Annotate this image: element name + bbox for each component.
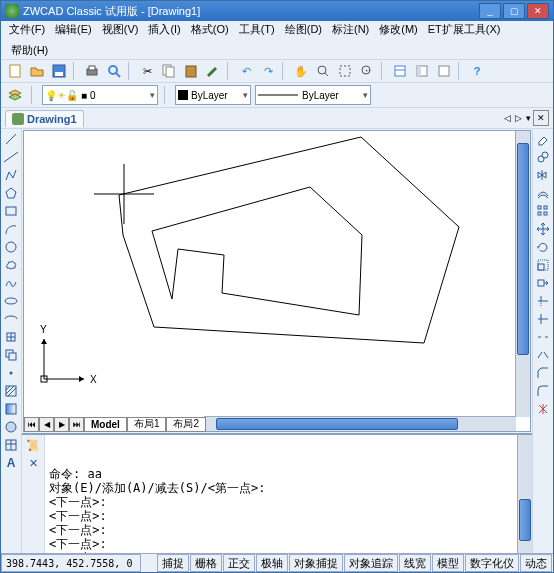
cut-icon[interactable]: ✂ bbox=[137, 61, 157, 81]
design-center-icon[interactable] bbox=[412, 61, 432, 81]
copy2-icon[interactable] bbox=[535, 149, 551, 165]
command-text[interactable]: 命令: aa 对象(E)/添加(A)/减去(S)/<第一点>: <下一点>: <… bbox=[45, 435, 517, 553]
menu-insert[interactable]: 插入(I) bbox=[144, 21, 184, 38]
table-icon[interactable] bbox=[3, 437, 19, 453]
tab-nav-right-icon[interactable]: ▷ bbox=[513, 113, 524, 123]
copy-icon[interactable] bbox=[159, 61, 179, 81]
xline-icon[interactable] bbox=[3, 149, 19, 165]
ellipse-arc-icon[interactable] bbox=[3, 311, 19, 327]
menu-view[interactable]: 视图(V) bbox=[98, 21, 143, 38]
layer-dropdown[interactable]: 💡☀🔓■ 0 ▾ bbox=[42, 85, 158, 105]
cmd-recent-icon[interactable]: 📜 bbox=[25, 437, 41, 453]
point-icon[interactable] bbox=[3, 365, 19, 381]
spline-icon[interactable] bbox=[3, 275, 19, 291]
tab-close-button[interactable]: ✕ bbox=[533, 110, 549, 126]
status-snap[interactable]: 捕捉 bbox=[157, 554, 189, 572]
region-icon[interactable] bbox=[3, 419, 19, 435]
tab-first-icon[interactable]: ⏮ bbox=[24, 417, 39, 432]
menu-tools[interactable]: 工具(T) bbox=[235, 21, 279, 38]
tool-palettes-icon[interactable] bbox=[434, 61, 454, 81]
status-ortho[interactable]: 正交 bbox=[223, 554, 255, 572]
pline-icon[interactable] bbox=[3, 167, 19, 183]
status-coordinates[interactable]: 398.7443, 452.7558, 0 bbox=[1, 554, 141, 572]
help-icon[interactable]: ? bbox=[467, 61, 487, 81]
layer-manager-icon[interactable] bbox=[5, 85, 25, 105]
menu-et[interactable]: ET扩展工具(X) bbox=[424, 21, 505, 38]
horizontal-scrollbar[interactable] bbox=[204, 416, 516, 431]
cmd-close-icon[interactable]: ✕ bbox=[25, 455, 41, 471]
drawing-area[interactable]: X Y ⏮ ◀ ▶ ⏭ Model 布局1 布局2 bbox=[23, 130, 531, 432]
pan-icon[interactable]: ✋ bbox=[291, 61, 311, 81]
tab-last-icon[interactable]: ⏭ bbox=[69, 417, 84, 432]
command-scrollbar[interactable] bbox=[517, 435, 532, 553]
menu-help[interactable]: 帮助(H) bbox=[7, 42, 52, 59]
menu-file[interactable]: 文件(F) bbox=[5, 21, 49, 38]
document-tab[interactable]: Drawing1 bbox=[5, 110, 84, 127]
menu-draw[interactable]: 绘图(D) bbox=[281, 21, 326, 38]
preview-icon[interactable] bbox=[104, 61, 124, 81]
menu-edit[interactable]: 编辑(E) bbox=[51, 21, 96, 38]
extend-icon[interactable] bbox=[535, 311, 551, 327]
paste-icon[interactable] bbox=[181, 61, 201, 81]
rotate-icon[interactable] bbox=[535, 239, 551, 255]
circle-icon[interactable] bbox=[3, 239, 19, 255]
join-icon[interactable] bbox=[535, 347, 551, 363]
close-button[interactable]: ✕ bbox=[527, 3, 549, 19]
explode-icon[interactable] bbox=[535, 401, 551, 417]
chamfer-icon[interactable] bbox=[535, 365, 551, 381]
ellipse-icon[interactable] bbox=[3, 293, 19, 309]
trim-icon[interactable] bbox=[535, 293, 551, 309]
gradient-icon[interactable] bbox=[3, 401, 19, 417]
offset-icon[interactable] bbox=[535, 185, 551, 201]
status-dynamic[interactable]: 动态 bbox=[520, 554, 552, 572]
redo-icon[interactable]: ↷ bbox=[258, 61, 278, 81]
minimize-button[interactable]: _ bbox=[479, 3, 501, 19]
move-icon[interactable] bbox=[535, 221, 551, 237]
linetype-dropdown[interactable]: ByLayer ▾ bbox=[255, 85, 371, 105]
new-icon[interactable] bbox=[5, 61, 25, 81]
status-polar[interactable]: 极轴 bbox=[256, 554, 288, 572]
layout-tab-2[interactable]: 布局2 bbox=[166, 417, 206, 432]
stretch-icon[interactable] bbox=[535, 275, 551, 291]
save-icon[interactable] bbox=[49, 61, 69, 81]
arc-icon[interactable] bbox=[3, 221, 19, 237]
layout-tab-model[interactable]: Model bbox=[84, 417, 127, 432]
properties-icon[interactable] bbox=[390, 61, 410, 81]
layout-tab-1[interactable]: 布局1 bbox=[127, 417, 167, 432]
zoom-prev-icon[interactable]: ← bbox=[357, 61, 377, 81]
mtext-icon[interactable]: A bbox=[3, 455, 19, 471]
menu-dimension[interactable]: 标注(N) bbox=[328, 21, 373, 38]
array-icon[interactable] bbox=[535, 203, 551, 219]
status-digitizer[interactable]: 数字化仪 bbox=[465, 554, 519, 572]
fillet-icon[interactable] bbox=[535, 383, 551, 399]
tab-nav-left-icon[interactable]: ◁ bbox=[502, 113, 513, 123]
revcloud-icon[interactable] bbox=[3, 257, 19, 273]
tab-prev-icon[interactable]: ◀ bbox=[39, 417, 54, 432]
line-icon[interactable] bbox=[3, 131, 19, 147]
print-icon[interactable] bbox=[82, 61, 102, 81]
status-model[interactable]: 模型 bbox=[432, 554, 464, 572]
menu-format[interactable]: 格式(O) bbox=[187, 21, 233, 38]
vertical-scrollbar[interactable] bbox=[515, 131, 530, 417]
zoom-rt-icon[interactable] bbox=[313, 61, 333, 81]
mirror-icon[interactable] bbox=[535, 167, 551, 183]
erase-icon[interactable] bbox=[535, 131, 551, 147]
menu-modify[interactable]: 修改(M) bbox=[375, 21, 422, 38]
tab-next-icon[interactable]: ▶ bbox=[54, 417, 69, 432]
undo-icon[interactable]: ↶ bbox=[236, 61, 256, 81]
rectangle-icon[interactable] bbox=[3, 203, 19, 219]
tab-menu-icon[interactable]: ▾ bbox=[524, 113, 533, 123]
zoom-win-icon[interactable] bbox=[335, 61, 355, 81]
scale-icon[interactable] bbox=[535, 257, 551, 273]
match-icon[interactable] bbox=[203, 61, 223, 81]
maximize-button[interactable]: ▢ bbox=[503, 3, 525, 19]
open-icon[interactable] bbox=[27, 61, 47, 81]
color-dropdown[interactable]: ByLayer ▾ bbox=[175, 85, 251, 105]
insert-block-icon[interactable] bbox=[3, 329, 19, 345]
break-icon[interactable] bbox=[535, 329, 551, 345]
status-otrack[interactable]: 对象追踪 bbox=[344, 554, 398, 572]
status-grid[interactable]: 栅格 bbox=[190, 554, 222, 572]
status-lineweight[interactable]: 线宽 bbox=[399, 554, 431, 572]
polygon-icon[interactable] bbox=[3, 185, 19, 201]
make-block-icon[interactable] bbox=[3, 347, 19, 363]
